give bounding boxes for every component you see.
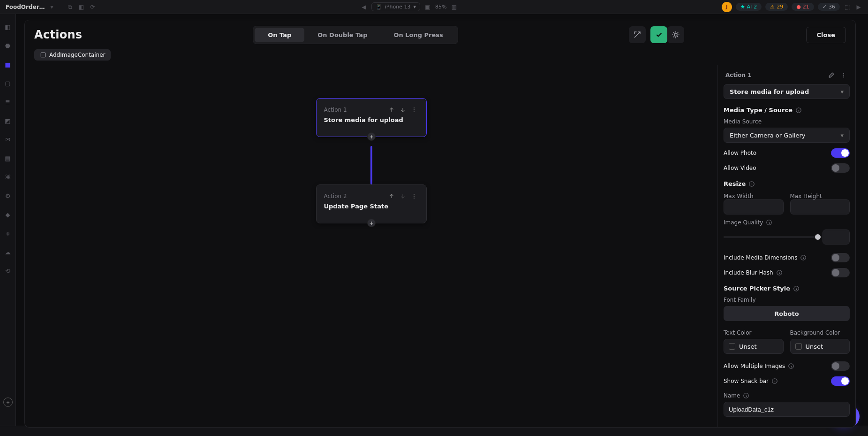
add-icon[interactable]: ＋ (3, 398, 13, 407)
include-blur-toggle[interactable] (831, 268, 850, 277)
chevron-down-icon: ▾ (840, 132, 844, 139)
rail-icon[interactable]: ⌘ (4, 173, 12, 181)
name-input[interactable] (724, 402, 850, 417)
rail-icon[interactable]: ■ (4, 60, 12, 69)
rail-icon[interactable]: ▤ (4, 154, 12, 162)
toolbar-icon[interactable]: ▶ (855, 3, 862, 11)
app-bar: FoodOrder… ▾ ⧉ ◧ ⟳ ◀ 📱iPhone 13▾ ▣ 85% ▥… (0, 0, 868, 14)
toolbar-icon[interactable]: ◧ (78, 3, 85, 11)
allow-video-toggle[interactable] (831, 163, 850, 173)
info-icon[interactable] (766, 219, 772, 226)
svg-point-6 (414, 196, 415, 197)
action-type-select[interactable]: Store media for upload ▾ (724, 84, 850, 99)
allow-multiple-toggle[interactable] (831, 361, 850, 371)
toolbar-icon[interactable]: ⬚ (844, 3, 851, 11)
rail-icon[interactable]: ◧ (4, 23, 12, 31)
rail-icon[interactable]: ≣ (4, 98, 12, 106)
project-name[interactable]: FoodOrder… (6, 4, 45, 10)
chevron-down-icon: ▾ (840, 88, 844, 95)
rail-icon[interactable]: ▢ (4, 79, 12, 87)
max-width-input[interactable] (724, 199, 784, 214)
dialog-header: Actions On Tap On Double Tap On Long Pre… (25, 20, 855, 49)
action-node-2[interactable]: Action 2 Update Page State ＋ (316, 184, 427, 223)
svg-point-2 (414, 107, 415, 108)
more-icon[interactable] (839, 71, 848, 79)
breadcrumb[interactable]: AddImageContainer (34, 49, 111, 61)
rail-icon[interactable]: ✉ (4, 135, 12, 144)
errors-pill[interactable]: ● 21 (792, 3, 814, 11)
rail-icon[interactable]: ◩ (4, 116, 12, 125)
svg-point-4 (414, 111, 415, 112)
ai-pill[interactable]: ★ AI 2 (736, 3, 762, 11)
device-selector[interactable]: 📱iPhone 13▾ (371, 2, 420, 11)
toolbar-icon[interactable]: ⟳ (89, 3, 97, 11)
rail-icon[interactable]: ⬣ (4, 41, 12, 50)
close-button[interactable]: Close (806, 27, 846, 43)
more-icon[interactable] (409, 105, 419, 115)
include-dimensions-toggle[interactable] (831, 253, 850, 262)
left-rail: ◧ ⬣ ■ ▢ ≣ ◩ ✉ ▤ ⌘ ⚙ ◆ ⎈ ☁ ⟲ ＋ (0, 14, 16, 436)
rail-icon[interactable]: ⟲ (4, 267, 12, 275)
chevron-down-icon[interactable]: ▾ (51, 4, 53, 10)
info-icon[interactable] (795, 107, 802, 114)
zoom-level[interactable]: 85% (435, 4, 446, 10)
tab-on-long-press[interactable]: On Long Press (380, 28, 456, 42)
info-icon[interactable] (771, 378, 778, 384)
toolbar-icon[interactable]: ⧉ (67, 3, 74, 11)
preview-icon[interactable]: ▥ (450, 3, 458, 11)
font-family-select[interactable]: Roboto (724, 306, 850, 321)
color-swatch (795, 343, 802, 350)
svg-point-9 (843, 75, 844, 76)
svg-point-7 (414, 198, 415, 199)
bg-color-picker[interactable]: Unset (790, 339, 850, 354)
bug-icon (672, 31, 680, 39)
flow-canvas[interactable]: Action 1 Store media for upload ＋ (25, 65, 717, 427)
allow-photo-toggle[interactable] (831, 148, 850, 158)
color-swatch (729, 343, 735, 350)
avatar[interactable]: J (722, 2, 732, 12)
text-color-picker[interactable]: Unset (724, 339, 784, 354)
media-source-select[interactable]: Either Camera or Gallery ▾ (724, 128, 850, 143)
image-quality-input[interactable] (823, 229, 850, 245)
svg-rect-1 (41, 53, 45, 57)
rail-icon[interactable]: ⚙ (4, 191, 12, 200)
debug-button[interactable] (667, 26, 684, 43)
rail-icon[interactable]: ◆ (4, 210, 12, 219)
info-icon[interactable] (800, 254, 807, 261)
image-quality-slider[interactable] (724, 236, 818, 238)
add-action-button[interactable]: ＋ (367, 132, 376, 141)
warnings-pill[interactable]: ⚠ 29 (765, 3, 788, 11)
magic-button[interactable] (629, 26, 646, 43)
checks-pill[interactable]: ✓ 36 (818, 3, 840, 11)
svg-point-5 (414, 194, 415, 195)
check-icon (655, 31, 663, 38)
move-down-icon[interactable] (398, 105, 408, 115)
rail-icon[interactable]: ☁ (4, 248, 12, 256)
svg-point-10 (843, 76, 844, 77)
layout-icon[interactable]: ▣ (424, 3, 431, 11)
container-icon (40, 52, 46, 58)
move-up-icon[interactable] (387, 191, 396, 201)
show-snackbar-toggle[interactable] (831, 376, 850, 386)
tab-on-tap[interactable]: On Tap (255, 28, 304, 42)
edit-icon[interactable] (827, 71, 836, 79)
info-icon[interactable] (793, 285, 800, 292)
more-icon[interactable] (409, 191, 419, 201)
max-height-input[interactable] (790, 199, 850, 214)
back-icon[interactable]: ◀ (360, 3, 368, 11)
tab-on-double-tap[interactable]: On Double Tap (304, 28, 380, 42)
action-node-1[interactable]: Action 1 Store media for upload ＋ (316, 98, 427, 137)
confirm-button[interactable] (650, 26, 667, 43)
info-icon[interactable] (743, 392, 749, 399)
info-icon[interactable] (748, 181, 755, 187)
flow-link (370, 146, 372, 184)
trigger-tabs: On Tap On Double Tap On Long Press (253, 26, 458, 44)
properties-panel: Action 1 Store media for upload ▾ Media … (717, 65, 855, 427)
move-up-icon[interactable] (387, 105, 396, 115)
add-action-button[interactable]: ＋ (367, 219, 376, 227)
info-icon[interactable] (776, 269, 783, 276)
rail-icon[interactable]: ⎈ (4, 229, 12, 237)
svg-point-8 (843, 73, 844, 74)
info-icon[interactable] (788, 363, 794, 369)
svg-point-0 (674, 33, 677, 36)
